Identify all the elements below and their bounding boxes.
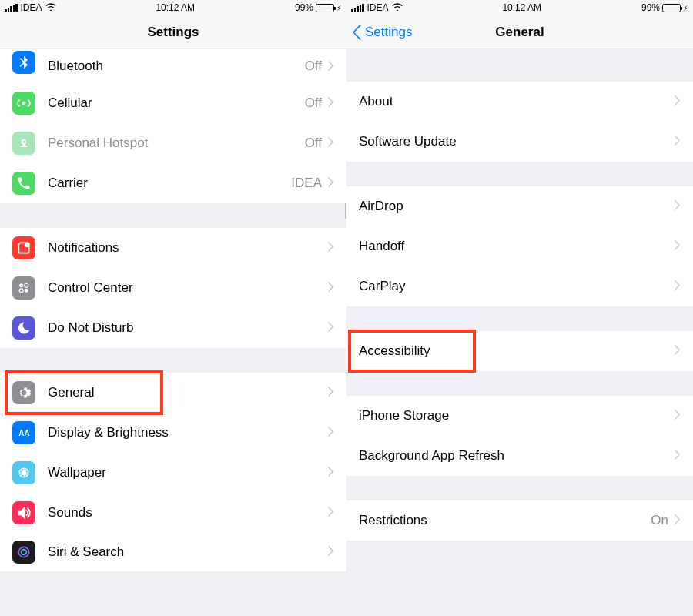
svg-text:AA: AA xyxy=(18,429,29,437)
wifi-icon xyxy=(392,2,403,13)
chevron-right-icon xyxy=(328,386,334,400)
row-background-refresh[interactable]: Background App Refresh xyxy=(346,436,693,476)
notifications-icon xyxy=(12,236,35,259)
row-accessibility[interactable]: Accessibility xyxy=(346,331,693,371)
general-screen: IDEA 10:12 AM 99% ⚡︎ Settings General Ab… xyxy=(346,0,693,616)
row-cellular[interactable]: Cellular Off xyxy=(0,83,346,123)
back-button[interactable]: Settings xyxy=(353,25,412,40)
chevron-right-icon xyxy=(675,95,681,109)
row-bluetooth[interactable]: Bluetooth Off xyxy=(0,49,346,83)
row-display[interactable]: AA Display & Brightness xyxy=(0,413,346,453)
row-notifications[interactable]: Notifications xyxy=(0,228,346,268)
row-general[interactable]: General xyxy=(0,373,346,413)
row-label: Display & Brightness xyxy=(48,425,328,440)
charging-icon: ⚡︎ xyxy=(336,4,342,12)
row-label: iPhone Storage xyxy=(359,408,675,424)
settings-screen: IDEA 10:12 AM 99% ⚡︎ Settings Bluetooth … xyxy=(0,0,346,616)
general-list[interactable]: About Software Update AirDrop Handoff Ca… xyxy=(346,49,693,616)
clock: 10:12 AM xyxy=(502,2,541,13)
row-siri[interactable]: Siri & Search xyxy=(0,533,346,571)
row-label: Accessibility xyxy=(359,343,675,359)
wallpaper-icon xyxy=(12,461,35,484)
row-label: Wallpaper xyxy=(48,465,328,480)
chevron-right-icon xyxy=(675,280,681,293)
row-control-center[interactable]: Control Center xyxy=(0,268,346,308)
battery-pct: 99% xyxy=(641,2,660,13)
chevron-right-icon xyxy=(675,409,681,423)
chevron-right-icon xyxy=(328,506,334,520)
row-hotspot[interactable]: Personal Hotspot Off xyxy=(0,123,346,163)
row-label: Restrictions xyxy=(359,513,651,528)
row-restrictions[interactable]: Restrictions On xyxy=(346,500,693,541)
chevron-right-icon xyxy=(328,241,334,255)
chevron-right-icon xyxy=(328,321,334,335)
chevron-right-icon xyxy=(675,135,681,149)
control-center-icon xyxy=(12,276,35,300)
row-detail: On xyxy=(651,513,668,528)
row-label: AirDrop xyxy=(359,199,675,214)
cellular-signal-icon xyxy=(351,4,364,12)
chevron-right-icon xyxy=(328,136,334,150)
row-handoff[interactable]: Handoff xyxy=(346,226,693,266)
page-title: General xyxy=(495,25,544,40)
page-title: Settings xyxy=(147,25,199,40)
svg-point-3 xyxy=(25,289,28,293)
row-label: Bluetooth xyxy=(48,59,305,74)
carrier-label: IDEA xyxy=(21,2,42,13)
row-dnd[interactable]: Do Not Disturb xyxy=(0,308,346,348)
battery-pct: 99% xyxy=(295,2,313,13)
row-label: About xyxy=(359,94,675,109)
chevron-right-icon xyxy=(675,239,681,253)
svg-rect-5 xyxy=(25,283,28,287)
status-bar: IDEA 10:12 AM 99% ⚡︎ xyxy=(346,0,693,15)
siri-icon xyxy=(12,541,35,564)
row-carrier[interactable]: Carrier IDEA xyxy=(0,163,346,203)
row-wallpaper[interactable]: Wallpaper xyxy=(0,453,346,493)
row-iphone-storage[interactable]: iPhone Storage xyxy=(346,396,693,436)
row-airdrop[interactable]: AirDrop xyxy=(346,186,693,226)
svg-point-2 xyxy=(19,283,23,287)
row-label: Control Center xyxy=(48,280,328,296)
settings-list[interactable]: Bluetooth Off Cellular Off Personal Hots… xyxy=(0,49,346,616)
row-label: Background App Refresh xyxy=(359,448,675,464)
row-label: Sounds xyxy=(48,505,328,521)
phone-icon xyxy=(12,172,35,195)
cellular-icon xyxy=(12,92,35,115)
chevron-right-icon xyxy=(675,449,681,463)
row-label: Handoff xyxy=(359,239,675,254)
svg-point-10 xyxy=(22,550,27,555)
gear-icon xyxy=(12,381,35,404)
chevron-right-icon xyxy=(328,60,334,74)
row-about[interactable]: About xyxy=(346,82,693,122)
row-label: Software Update xyxy=(359,134,675,149)
row-carplay[interactable]: CarPlay xyxy=(346,266,693,306)
clock: 10:12 AM xyxy=(156,2,195,13)
row-detail: IDEA xyxy=(291,176,322,191)
row-label: Cellular xyxy=(48,95,305,111)
row-label: Siri & Search xyxy=(48,544,328,560)
chevron-right-icon xyxy=(328,96,334,110)
row-detail: Off xyxy=(305,59,322,74)
hotspot-icon xyxy=(12,132,35,155)
sounds-icon xyxy=(12,501,35,524)
row-label: Carrier xyxy=(48,176,291,191)
row-label: CarPlay xyxy=(359,279,675,294)
chevron-right-icon xyxy=(328,545,334,559)
nav-bar: Settings General xyxy=(346,15,693,49)
back-label: Settings xyxy=(365,25,412,40)
chevron-right-icon xyxy=(675,344,681,358)
row-label: Notifications xyxy=(48,240,328,256)
svg-point-1 xyxy=(25,243,30,248)
row-sounds[interactable]: Sounds xyxy=(0,493,346,533)
chevron-right-icon xyxy=(328,176,334,190)
charging-icon: ⚡︎ xyxy=(683,4,688,12)
chevron-right-icon xyxy=(675,514,681,527)
carrier-label: IDEA xyxy=(367,2,389,13)
battery-icon xyxy=(662,4,681,12)
chevron-right-icon xyxy=(328,466,334,480)
chevron-right-icon xyxy=(675,199,681,213)
row-software-update[interactable]: Software Update xyxy=(346,122,693,162)
wifi-icon xyxy=(45,2,56,13)
battery-icon xyxy=(316,4,334,12)
display-icon: AA xyxy=(12,421,35,444)
